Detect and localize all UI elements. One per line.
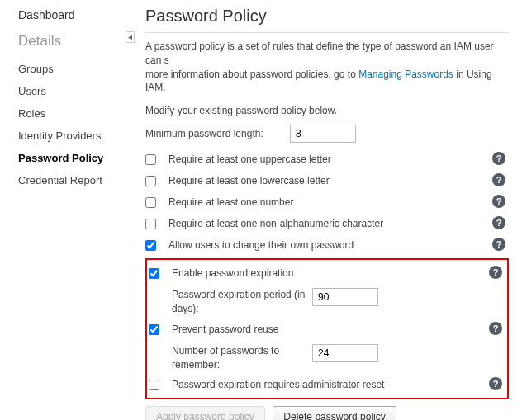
title-divider — [145, 32, 509, 33]
min-length-input[interactable] — [290, 125, 356, 143]
min-length-label: Minimum password length: — [145, 128, 290, 139]
nonalpha-label: Require at least one non-alphanumeric ch… — [168, 217, 509, 231]
lowercase-label: Require at least one lowercase letter — [168, 174, 509, 188]
admin-reset-label: Password expiration requires administrat… — [172, 378, 505, 392]
uppercase-checkbox[interactable] — [145, 154, 156, 165]
help-icon[interactable]: ? — [489, 322, 502, 335]
uppercase-label: Require at least one uppercase letter — [168, 153, 509, 167]
apply-policy-button: Apply password policy — [145, 406, 265, 420]
sidebar-item-credential-report[interactable]: Credential Report — [18, 169, 130, 191]
delete-policy-button[interactable]: Delete password policy — [273, 406, 396, 420]
expiration-checkbox[interactable] — [149, 268, 159, 279]
sidebar-collapse-handle[interactable]: ◂ — [126, 31, 135, 43]
expiration-period-input[interactable] — [312, 288, 378, 306]
expiration-period-label: Password expiration period (in days): — [172, 288, 312, 316]
modify-instruction: Modify your existing password policy bel… — [145, 105, 509, 116]
sidebar-item-users[interactable]: Users — [18, 80, 130, 102]
userchange-checkbox[interactable] — [145, 240, 156, 251]
sidebar: Dashboard Details Groups Users Roles Ide… — [0, 0, 130, 420]
expiration-label: Enable password expiration — [172, 267, 505, 281]
sidebar-item-groups[interactable]: Groups — [18, 58, 130, 80]
sidebar-heading: Details — [18, 33, 130, 50]
sidebar-item-identity-providers[interactable]: Identity Providers — [18, 125, 130, 147]
sidebar-item-roles[interactable]: Roles — [18, 102, 130, 125]
reuse-label: Prevent password reuse — [172, 323, 505, 337]
reuse-count-label: Number of passwords to remember: — [172, 344, 312, 372]
sidebar-dashboard[interactable]: Dashboard — [18, 8, 130, 21]
reuse-count-input[interactable] — [312, 344, 378, 362]
managing-passwords-link[interactable]: Managing Passwords — [358, 68, 453, 80]
page-description: A password policy is a set of rules that… — [145, 40, 509, 95]
page-title: Password Policy — [145, 7, 509, 26]
desc-text-1: A password policy is a set of rules that… — [145, 40, 494, 66]
main-content: Password Policy A password policy is a s… — [130, 0, 522, 420]
desc-text-2: more information about password policies… — [145, 68, 358, 80]
number-checkbox[interactable] — [145, 197, 156, 208]
sidebar-item-password-policy[interactable]: Password Policy — [18, 147, 130, 169]
userchange-label: Allow users to change their own password — [168, 238, 509, 252]
nonalpha-checkbox[interactable] — [145, 219, 156, 229]
highlighted-section: Enable password expiration ? Password ex… — [145, 258, 509, 399]
admin-reset-checkbox[interactable] — [149, 380, 159, 390]
reuse-checkbox[interactable] — [149, 324, 159, 335]
number-label: Require at least one number — [168, 196, 509, 210]
lowercase-checkbox[interactable] — [145, 176, 156, 186]
